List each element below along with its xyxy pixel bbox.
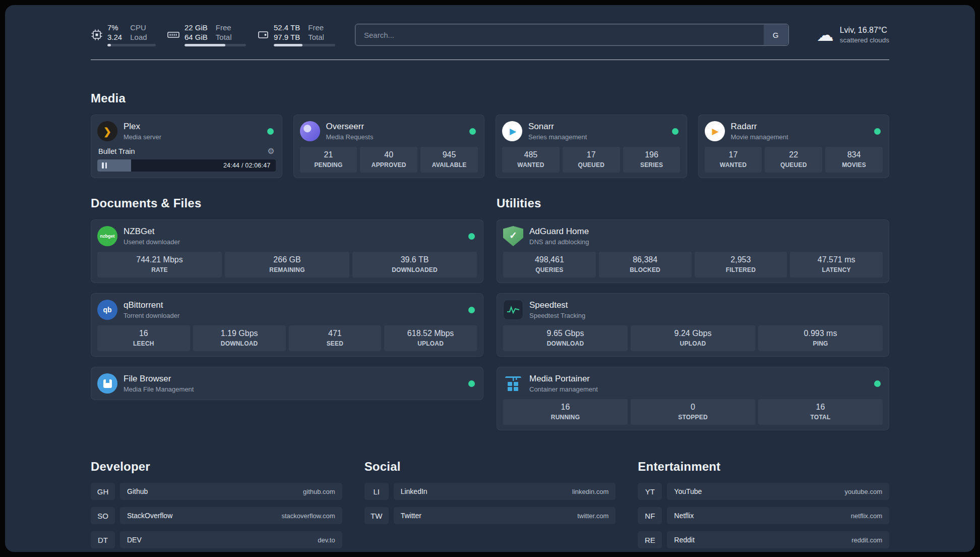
bookmark-stackoverflow[interactable]: StackOverflow stackoverflow.com [120, 507, 342, 524]
cpu-widget: 7% CPU 3.24 Load [91, 23, 156, 46]
bookmark-abbr: GH [91, 483, 115, 500]
app-description: Container management [529, 385, 598, 393]
status-dot [468, 380, 475, 387]
weather-location: Lviv, 16.87°C [840, 26, 889, 35]
app-description: Usenet downloader [124, 238, 180, 246]
media-grid: ❯ Plex Media server Bullet Train ⚙ [91, 115, 889, 178]
memory-icon [167, 29, 180, 41]
stat-ping: 0.993 ms PING [758, 325, 883, 351]
memory-free-label: Free [216, 23, 232, 32]
documents-column: Documents & Files nzbget NZBGet Usenet d… [91, 196, 483, 400]
dashboard: 7% CPU 3.24 Load [5, 5, 975, 552]
disk-total-label: Total [308, 33, 324, 41]
bookmark-abbr: DT [91, 531, 115, 548]
cpu-load-value: 3.24 [107, 33, 122, 41]
qbittorrent-icon: qb [97, 300, 117, 320]
playback-progress-bar[interactable]: 24:44 / 02:06:47 [97, 159, 276, 172]
cloud-icon: ☁ [817, 26, 834, 43]
bookmark-row: GH Github github.com [91, 483, 342, 500]
stat-blocked: 86,384 BLOCKED [599, 252, 692, 277]
app-card-nzbget[interactable]: nzbget NZBGet Usenet downloader 744.21 M… [91, 219, 483, 283]
bookmark-abbr: SO [91, 507, 115, 524]
stat-stopped: 0 STOPPED [631, 399, 755, 425]
disk-free-label: Free [308, 23, 324, 32]
app-name: Plex [124, 122, 161, 132]
memory-progress-bar [185, 44, 246, 46]
app-description: Media server [124, 133, 161, 141]
cpu-load-label: Load [130, 33, 147, 41]
bookmark-reddit[interactable]: Reddit reddit.com [667, 531, 889, 548]
pause-icon[interactable] [102, 162, 107, 169]
status-dot [468, 307, 475, 313]
playback-time: 24:44 / 02:06:47 [223, 162, 271, 169]
stat-queued: 17 QUEUED [563, 147, 620, 173]
app-name: Overseerr [326, 122, 374, 132]
search-input[interactable] [355, 24, 788, 45]
app-description: Speedtest Tracking [529, 312, 585, 319]
stat-rate: 744.21 Mbps RATE [97, 252, 222, 277]
gear-icon[interactable]: ⚙ [267, 146, 274, 156]
stat-wanted: 485 WANTED [502, 147, 560, 173]
app-card-plex[interactable]: ❯ Plex Media server Bullet Train ⚙ [91, 115, 282, 178]
bookmark-abbr: TW [364, 507, 389, 524]
app-card-portainer[interactable]: Media Portainer Container management 16 … [497, 367, 889, 430]
status-dot [672, 128, 679, 135]
stat-approved: 40 APPROVED [360, 147, 417, 173]
app-description: DNS and adblocking [529, 238, 589, 246]
bookmark-dev[interactable]: DEV dev.to [120, 531, 342, 548]
bookmark-row: NF Netflix netflix.com [638, 507, 889, 524]
app-name: Sonarr [528, 122, 587, 132]
section-title-entertainment: Entertainment [638, 460, 889, 474]
app-card-filebrowser[interactable]: File Browser Media File Management [91, 367, 483, 400]
app-name: Radarr [731, 122, 788, 132]
bookmark-row: LI LinkedIn linkedin.com [364, 483, 616, 500]
now-playing-title: Bullet Train [98, 147, 135, 155]
app-card-sonarr[interactable]: ▶ Sonarr Series management 485 WANTED 17… [496, 115, 687, 178]
bookmark-netflix[interactable]: Netflix netflix.com [667, 507, 889, 524]
plex-now-playing: Bullet Train ⚙ 24:44 / 02:06:47 [97, 146, 276, 172]
stat-upload: 618.52 Mbps UPLOAD [384, 325, 477, 351]
app-card-speedtest[interactable]: Speedtest Speedtest Tracking 9.65 Gbps D… [497, 293, 889, 357]
bookmark-row: TW Twitter twitter.com [364, 507, 616, 524]
memory-widget: 22 GiB Free 64 GiB Total [167, 23, 246, 46]
entertainment-section: Entertainment YT YouTube youtube.com NF … [638, 460, 889, 548]
app-card-radarr[interactable]: ▶ Radarr Movie management 17 WANTED 22 Q… [698, 115, 890, 178]
bookmark-abbr: NF [638, 507, 662, 524]
developer-section: Developer GH Github github.com SO StackO… [91, 460, 342, 548]
stat-filtered: 2,953 FILTERED [695, 252, 787, 277]
stat-queued: 22 QUEUED [765, 147, 822, 173]
search-bar: G [355, 24, 788, 45]
bookmark-linkedin[interactable]: LinkedIn linkedin.com [394, 483, 616, 500]
app-card-adguard[interactable]: ✓ AdGuard Home DNS and adblocking 498,46… [497, 219, 889, 283]
app-card-qbittorrent[interactable]: qb qBittorrent Torrent downloader 16 LEE… [91, 293, 483, 357]
search-provider-button[interactable]: G [764, 25, 788, 45]
status-dot [874, 380, 881, 387]
memory-total-value: 64 GiB [185, 33, 208, 41]
app-name: NZBGet [124, 227, 180, 237]
app-name: Media Portainer [529, 374, 598, 384]
bookmark-row: SO StackOverflow stackoverflow.com [91, 507, 342, 524]
bookmark-abbr: RE [638, 531, 662, 548]
status-dot [874, 128, 881, 135]
section-title-documents: Documents & Files [91, 196, 483, 210]
portainer-icon [503, 373, 523, 394]
disk-total-value: 97.9 TB [274, 33, 300, 41]
bookmark-twitter[interactable]: Twitter twitter.com [394, 507, 616, 524]
bookmark-youtube[interactable]: YouTube youtube.com [667, 483, 889, 500]
cpu-usage-value: 7% [107, 23, 122, 32]
app-card-overseerr[interactable]: Overseerr Media Requests 21 PENDING 40 A… [293, 115, 485, 178]
stat-wanted: 17 WANTED [705, 147, 762, 173]
section-title-social: Social [364, 460, 616, 474]
app-name: AdGuard Home [529, 227, 589, 237]
bookmark-github[interactable]: Github github.com [120, 483, 342, 500]
memory-progress-fill [185, 44, 225, 46]
stat-available: 945 AVAILABLE [420, 147, 478, 173]
memory-free-value: 22 GiB [185, 23, 208, 32]
disk-progress-fill [274, 44, 302, 46]
section-title-media: Media [91, 91, 889, 105]
adguard-icon: ✓ [503, 226, 523, 246]
stat-remaining: 266 GB REMAINING [225, 252, 349, 277]
stat-queries: 498,461 QUERIES [503, 252, 596, 277]
bookmark-abbr: LI [364, 483, 389, 500]
app-name: Speedtest [529, 300, 585, 310]
